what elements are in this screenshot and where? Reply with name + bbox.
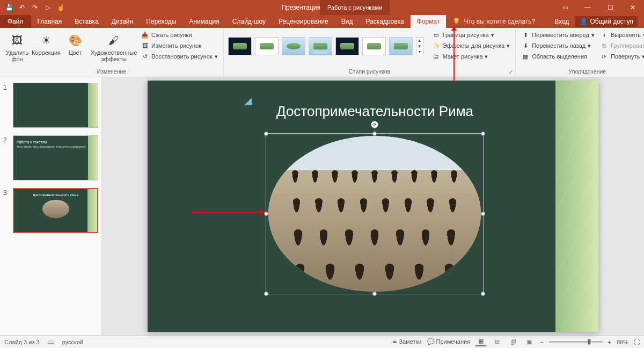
spellcheck-icon[interactable]: 📖 — [47, 338, 55, 345]
slideshow-icon[interactable]: ▷ — [42, 2, 54, 13]
tab-home[interactable]: Главная — [31, 15, 69, 28]
forward-label: Переместить вперед — [532, 32, 589, 38]
picture-border-button[interactable]: ▭Граница рисунка ▾ — [431, 30, 511, 40]
backward-label: Переместить назад — [532, 42, 586, 49]
redo-icon[interactable]: ↷ — [29, 2, 41, 13]
picture-style-1[interactable] — [228, 37, 252, 55]
picture-selection[interactable]: ⟳ — [266, 133, 484, 294]
rotate-button[interactable]: ⟳Повернуть ▾ — [599, 52, 644, 61]
rotate-handle[interactable]: ⟳ — [371, 121, 378, 128]
comments-button[interactable]: 💬 Примечания — [427, 338, 471, 345]
tab-view[interactable]: Вид — [335, 15, 360, 28]
picture-layout-button[interactable]: 🗂Макет рисунка ▾ — [431, 52, 511, 61]
language-status[interactable]: русский — [62, 339, 83, 345]
tab-design[interactable]: Дизайн — [105, 15, 140, 28]
tell-me-label: Что вы хотите сделать? — [464, 18, 535, 25]
resize-handle-r[interactable] — [481, 212, 485, 216]
corrections-button[interactable]: ☀Коррекция — [33, 30, 59, 56]
tab-review[interactable]: Рецензирование — [272, 15, 335, 28]
view-sorter-button[interactable]: ⊞ — [492, 338, 502, 346]
picture-style-6[interactable] — [362, 37, 386, 55]
fit-to-window-button[interactable]: ⛶ — [634, 339, 640, 345]
zoom-level[interactable]: 88% — [617, 339, 628, 345]
artistic-icon: 🖌 — [106, 32, 122, 48]
context-tab-header: Работа с рисунками — [320, 0, 390, 15]
tab-animations[interactable]: Анимация — [182, 15, 225, 28]
zoom-in-button[interactable]: + — [608, 339, 611, 345]
sign-in-link[interactable]: Вход — [554, 18, 569, 25]
maximize-button[interactable]: ☐ — [599, 0, 621, 15]
slide-thumbnail-2[interactable]: Работа с текстом Текст может быть предст… — [13, 135, 98, 180]
layout-label: Макет рисунка — [443, 53, 483, 60]
color-button[interactable]: 🎨Цвет — [62, 30, 88, 56]
view-reading-button[interactable]: 🗐 — [508, 338, 518, 346]
group-btn-label: Группировать — [611, 42, 644, 49]
picture-effects-button[interactable]: ✨Эффекты для рисунка ▾ — [431, 41, 511, 50]
ribbon-displayoptions-icon[interactable]: ▭ — [554, 0, 576, 15]
corrections-label: Коррекция — [32, 49, 61, 56]
notes-button[interactable]: ≐ Заметки — [392, 338, 421, 345]
close-button[interactable]: ✕ — [621, 0, 644, 15]
slide-decor-lines — [555, 81, 598, 332]
reset-picture-button[interactable]: ↺Восстановить рисунок ▾ — [140, 52, 219, 61]
slide[interactable]: Достопримечательности Рима ⟳ — [148, 81, 598, 332]
slide-thumbnail-3[interactable]: Достопримечательности Рима — [13, 188, 98, 233]
bring-forward-button[interactable]: ⬆Переместить вперед ▾ — [520, 30, 596, 40]
change-label: Изменить рисунок — [151, 42, 201, 49]
quick-access-toolbar: 💾 ↶ ↷ ▷ ☝ — [0, 2, 67, 13]
zoom-out-button[interactable]: − — [540, 339, 543, 345]
tab-format[interactable]: Формат — [411, 15, 447, 28]
resize-handle-br[interactable] — [481, 292, 485, 296]
resize-handle-tr[interactable] — [481, 132, 485, 136]
tab-storyboarding[interactable]: Раскадровка — [359, 15, 410, 28]
zoom-slider[interactable] — [549, 341, 603, 343]
remove-bg-label: Удалить фон — [4, 49, 30, 62]
artistic-effects-button[interactable]: 🖌Художественные эффекты — [91, 30, 136, 62]
slide-title[interactable]: Достопримечательности Рима — [276, 103, 473, 120]
group-arrange-label: Упорядочение — [520, 68, 644, 76]
picture-style-5[interactable] — [335, 37, 359, 55]
annotation-arrow-left — [191, 212, 263, 213]
view-normal-button[interactable]: ▦ — [475, 338, 486, 346]
undo-icon[interactable]: ↶ — [16, 2, 28, 13]
share-button-label: Общий доступ — [590, 18, 633, 25]
styles-gallery-more[interactable]: ▲▼▾ — [416, 37, 423, 55]
remove-background-button[interactable]: 🖼Удалить фон — [4, 30, 30, 62]
color-label: Цвет — [69, 49, 82, 56]
thumb-3-title: Достопримечательности Рима — [14, 189, 97, 198]
change-picture-button[interactable]: 🖼Изменить рисунок — [140, 41, 219, 50]
thumb-3-image — [42, 200, 69, 218]
picture-style-2[interactable] — [255, 37, 279, 55]
picture-style-3[interactable] — [282, 37, 305, 55]
touchmode-icon[interactable]: ☝ — [55, 2, 67, 13]
tab-slideshow[interactable]: Слайд-шоу — [226, 15, 272, 28]
compress-pictures-button[interactable]: 📥Сжать рисунки — [140, 30, 219, 40]
resize-handle-t[interactable] — [372, 132, 377, 136]
picture-style-4[interactable] — [309, 37, 332, 55]
corrections-icon: ☀ — [38, 32, 54, 48]
effects-icon: ✨ — [432, 41, 441, 50]
group-adjust-label: Изменение — [4, 68, 219, 76]
tab-transitions[interactable]: Переходы — [140, 15, 182, 28]
align-button[interactable]: ⫞Выровнять ▾ — [599, 30, 644, 40]
selection-pane-button[interactable]: ▦Область выделения — [520, 52, 596, 61]
tab-insert[interactable]: Вставка — [68, 15, 105, 28]
tell-me[interactable]: 💡Что вы хотите сделать? — [446, 15, 541, 28]
change-picture-icon: 🖼 — [141, 41, 149, 50]
share-button[interactable]: 👤Общий доступ — [575, 16, 638, 27]
save-icon[interactable]: 💾 — [3, 2, 15, 13]
minimize-button[interactable]: — — [576, 0, 599, 15]
artistic-label: Художественные эффекты — [91, 49, 137, 62]
styles-launcher[interactable]: ⤢ — [509, 69, 513, 75]
resize-handle-b[interactable] — [372, 292, 377, 296]
slide-thumbnail-1[interactable] — [13, 83, 98, 128]
tab-file[interactable]: Файл — [0, 15, 31, 28]
view-slideshow-button[interactable]: ▣ — [524, 338, 535, 346]
resize-handle-bl[interactable] — [264, 292, 268, 296]
resize-handle-tl[interactable] — [264, 132, 268, 136]
effects-label: Эффекты для рисунка — [443, 42, 504, 49]
slide-decor-triangle — [244, 98, 252, 105]
send-backward-button[interactable]: ⬇Переместить назад ▾ — [520, 41, 596, 50]
thumb-1-num: 1 — [3, 83, 10, 128]
picture-style-7[interactable] — [389, 37, 413, 55]
